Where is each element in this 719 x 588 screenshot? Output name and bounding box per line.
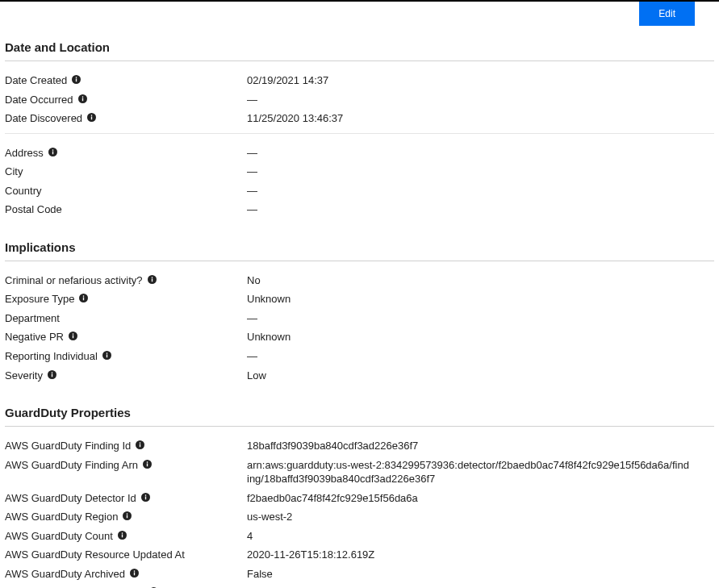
svg-rect-22 <box>107 354 107 357</box>
info-icon[interactable] <box>48 148 57 156</box>
svg-rect-40 <box>122 534 123 537</box>
info-icon[interactable] <box>148 275 157 284</box>
field-label: City <box>5 165 247 179</box>
field-label: Exposure Type <box>5 292 247 307</box>
svg-rect-37 <box>127 515 127 519</box>
field-label: Country <box>5 184 247 198</box>
info-icon[interactable] <box>87 113 96 122</box>
svg-point-32 <box>147 461 148 463</box>
info-icon[interactable] <box>79 294 88 302</box>
field-gd-region: AWS GuardDuty Region us-west-2 <box>5 507 714 527</box>
field-gd-count: AWS GuardDuty Count 4 <box>5 527 714 546</box>
label-text: Date Discovered <box>5 111 82 126</box>
field-value: — <box>247 202 714 217</box>
field-value: — <box>247 184 714 198</box>
field-value: us-west-2 <box>247 510 714 524</box>
label-text: Criminal or nefarious activity? <box>5 273 143 288</box>
field-group-dates: Date Created 02/19/2021 14:37 Date Occur… <box>5 71 714 134</box>
field-group-guardduty: AWS GuardDuty Finding Id 18baffd3f9039ba… <box>5 436 714 588</box>
field-date-discovered: Date Discovered 11/25/2020 13:46:37 <box>5 109 714 128</box>
svg-rect-7 <box>91 117 92 120</box>
field-date-created: Date Created 02/19/2021 14:37 <box>5 71 714 90</box>
svg-point-38 <box>127 514 128 515</box>
field-value: — <box>247 146 714 161</box>
field-address: Address — <box>5 144 714 163</box>
field-label: Negative PR <box>5 330 247 344</box>
edit-button-container: Edit <box>0 2 719 26</box>
field-city: City — <box>5 162 714 181</box>
field-label: Department <box>5 311 247 326</box>
field-value: — <box>247 349 714 364</box>
label-text: AWS GuardDuty Archived <box>5 567 125 582</box>
field-label: AWS GuardDuty Resource Updated At <box>5 548 247 562</box>
field-label: AWS GuardDuty Finding Id <box>5 439 247 453</box>
svg-point-11 <box>52 149 53 151</box>
svg-point-23 <box>107 352 108 354</box>
field-label: Date Occurred <box>5 93 247 107</box>
info-icon[interactable] <box>72 75 81 84</box>
svg-point-20 <box>73 334 74 336</box>
info-icon[interactable] <box>102 351 111 360</box>
field-label: AWS GuardDuty Detector Id <box>5 491 247 506</box>
label-text: Severity <box>5 369 43 383</box>
field-severity: Severity Low <box>5 366 714 386</box>
field-criminal-activity: Criminal or nefarious activity? No <box>5 271 714 290</box>
section-header-implications: Implications <box>5 234 714 261</box>
label-text: AWS GuardDuty Finding Id <box>5 439 131 453</box>
info-icon[interactable] <box>136 440 144 449</box>
field-gd-finding-type: AWS GuardDuty Finding Type Discovery:S3/… <box>5 583 714 588</box>
svg-rect-28 <box>140 444 140 448</box>
field-label: Date Created <box>5 73 247 88</box>
field-gd-resource-updated-at: AWS GuardDuty Resource Updated At 2020-1… <box>5 545 714 565</box>
field-value: 18baffd3f9039ba840cdf3ad226e36f7 <box>247 439 714 453</box>
svg-rect-19 <box>73 336 73 339</box>
section-implications: Implications Criminal or nefarious activ… <box>5 234 714 390</box>
field-value: False <box>247 567 714 582</box>
field-negative-pr: Negative PR Unknown <box>5 327 714 347</box>
label-text: Date Occurred <box>5 93 73 107</box>
field-value: 4 <box>247 529 714 544</box>
svg-point-41 <box>122 532 123 534</box>
field-value: — <box>247 93 714 107</box>
svg-point-17 <box>83 296 85 298</box>
info-icon[interactable] <box>130 569 139 578</box>
info-icon[interactable] <box>143 460 152 469</box>
label-text: AWS GuardDuty Detector Id <box>5 491 136 506</box>
svg-point-5 <box>82 96 83 98</box>
section-header-guardduty: GuardDuty Properties <box>5 399 714 427</box>
field-exposure-type: Exposure Type Unknown <box>5 290 714 309</box>
svg-point-44 <box>134 570 136 572</box>
field-value: f2baedb0ac74f8f42fc929e15f56da6a <box>247 491 714 506</box>
label-text: Address <box>5 146 44 161</box>
field-label: Address <box>5 146 247 161</box>
info-icon[interactable] <box>141 493 150 502</box>
field-value: — <box>247 311 714 326</box>
label-text: AWS GuardDuty Resource Updated At <box>5 548 185 562</box>
field-label: Postal Code <box>5 202 247 217</box>
svg-rect-34 <box>145 496 146 499</box>
svg-point-26 <box>52 372 53 373</box>
info-icon[interactable] <box>69 332 77 340</box>
info-icon[interactable] <box>48 370 56 379</box>
section-date-location: Date and Location Date Created 02/19/202… <box>5 34 714 224</box>
edit-button[interactable]: Edit <box>639 2 695 26</box>
field-label: AWS GuardDuty Count <box>5 529 247 544</box>
label-text: Department <box>5 311 60 326</box>
svg-rect-13 <box>151 278 152 281</box>
label-text: AWS GuardDuty Finding Arn <box>5 458 138 473</box>
info-icon[interactable] <box>118 531 127 540</box>
field-label: Date Discovered <box>5 111 247 126</box>
info-icon[interactable] <box>78 94 87 103</box>
label-text: AWS GuardDuty Count <box>5 529 113 544</box>
field-value: Unknown <box>247 330 714 344</box>
svg-point-14 <box>151 277 153 278</box>
field-value: arn:aws:guardduty:us-west-2:834299573936… <box>247 458 714 486</box>
field-postal-code: Postal Code — <box>5 200 714 219</box>
details-panel: Date and Location Date Created 02/19/202… <box>0 34 719 588</box>
info-icon[interactable] <box>123 511 132 520</box>
label-text: AWS GuardDuty Region <box>5 510 118 524</box>
label-text: Exposure Type <box>5 292 74 307</box>
field-label: AWS GuardDuty Finding Arn <box>5 458 247 486</box>
field-value: Unknown <box>247 292 714 307</box>
field-gd-finding-arn: AWS GuardDuty Finding Arn arn:aws:guardd… <box>5 456 714 489</box>
